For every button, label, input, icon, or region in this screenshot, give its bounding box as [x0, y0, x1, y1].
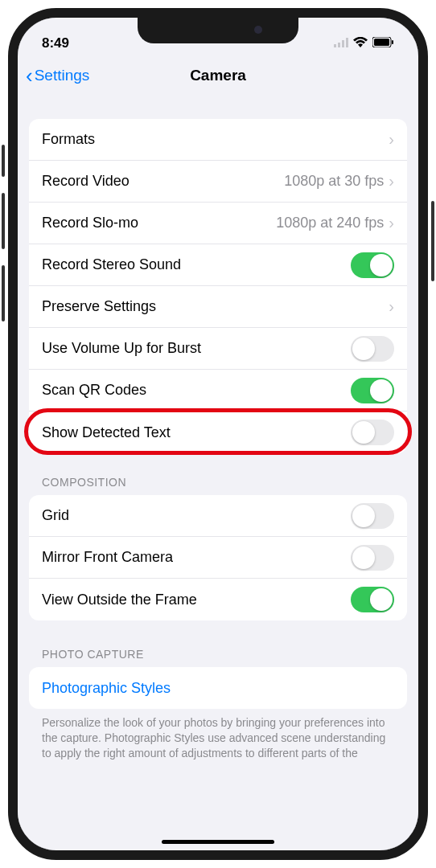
toggle-view-outside-frame[interactable] — [351, 587, 394, 612]
svg-rect-3 — [346, 38, 348, 47]
row-grid: Grid — [29, 495, 407, 537]
row-label: Formats — [42, 131, 389, 148]
row-volume-up-burst: Use Volume Up for Burst — [29, 328, 407, 370]
cellular-signal-icon — [334, 35, 348, 51]
status-time: 8:49 — [42, 35, 69, 51]
section-header-composition: COMPOSITION — [29, 453, 407, 495]
toggle-show-detected-text[interactable] — [351, 420, 394, 445]
svg-rect-0 — [334, 44, 336, 47]
toggle-mirror-front[interactable] — [351, 545, 394, 571]
row-photographic-styles[interactable]: Photographic Styles — [29, 667, 407, 709]
nav-bar: ‹ Settings Camera — [18, 55, 418, 96]
row-scan-qr: Scan QR Codes — [29, 370, 407, 411]
row-detail: 1080p at 30 fps — [284, 173, 384, 190]
row-formats[interactable]: Formats › — [29, 119, 407, 161]
row-label: View Outside the Frame — [42, 592, 351, 608]
svg-rect-6 — [392, 40, 393, 44]
settings-group-1: Formats › Record Video 1080p at 30 fps ›… — [29, 119, 407, 453]
chevron-left-icon: ‹ — [26, 63, 33, 88]
battery-icon — [372, 35, 394, 51]
svg-rect-2 — [342, 40, 344, 47]
row-label: Grid — [42, 507, 351, 524]
content-scroll[interactable]: Formats › Record Video 1080p at 30 fps ›… — [18, 96, 418, 761]
row-label: Use Volume Up for Burst — [42, 340, 351, 357]
row-label: Record Stereo Sound — [42, 256, 351, 273]
phone-frame: 8:49 ‹ Settings Camera — [8, 8, 428, 860]
screen: 8:49 ‹ Settings Camera — [18, 18, 418, 850]
row-label: Record Video — [42, 173, 284, 190]
row-label: Photographic Styles — [42, 680, 394, 697]
row-show-detected-text: Show Detected Text — [29, 411, 407, 453]
row-view-outside-frame: View Outside the Frame — [29, 579, 407, 620]
back-label: Settings — [35, 67, 90, 84]
row-label: Mirror Front Camera — [42, 549, 351, 566]
wifi-icon — [353, 35, 368, 51]
row-detail: 1080p at 240 fps — [276, 215, 384, 231]
row-mirror-front: Mirror Front Camera — [29, 537, 407, 579]
chevron-right-icon: › — [389, 214, 394, 232]
toggle-scan-qr[interactable] — [351, 378, 394, 403]
row-label: Record Slo-mo — [42, 215, 276, 231]
svg-rect-5 — [374, 39, 389, 46]
row-record-video[interactable]: Record Video 1080p at 30 fps › — [29, 161, 407, 203]
footer-description: Personalize the look of your photos by b… — [29, 709, 407, 761]
toggle-volume-up-burst[interactable] — [351, 336, 394, 362]
chevron-right-icon: › — [389, 297, 394, 316]
row-record-slomo[interactable]: Record Slo-mo 1080p at 240 fps › — [29, 203, 407, 244]
back-button[interactable]: ‹ Settings — [26, 63, 89, 88]
row-label: Show Detected Text — [42, 424, 351, 441]
toggle-record-stereo[interactable] — [351, 252, 394, 278]
chevron-right-icon: › — [389, 172, 394, 190]
home-indicator[interactable] — [162, 840, 274, 844]
toggle-grid[interactable] — [351, 503, 394, 529]
row-label: Scan QR Codes — [42, 382, 351, 399]
settings-group-composition: Grid Mirror Front Camera View Outside th… — [29, 495, 407, 620]
row-label: Preserve Settings — [42, 298, 389, 315]
notch — [138, 18, 298, 43]
svg-rect-1 — [338, 43, 340, 47]
section-header-photo-capture: PHOTO CAPTURE — [29, 620, 407, 667]
settings-group-photo-capture: Photographic Styles — [29, 667, 407, 709]
row-record-stereo: Record Stereo Sound — [29, 244, 407, 286]
chevron-right-icon: › — [389, 130, 394, 149]
row-preserve-settings[interactable]: Preserve Settings › — [29, 286, 407, 328]
